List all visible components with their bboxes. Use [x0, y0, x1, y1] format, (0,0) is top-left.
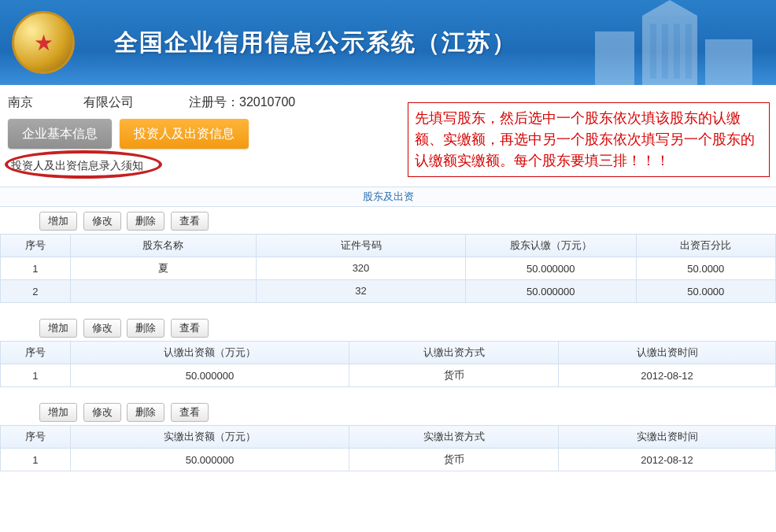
edit-button[interactable]: 修改 — [83, 403, 121, 422]
delete-button[interactable]: 删除 — [127, 212, 164, 231]
view-button[interactable]: 查看 — [171, 212, 209, 231]
col-time: 认缴出资时间 — [559, 342, 776, 364]
col-time: 实缴出资时间 — [559, 426, 776, 449]
registration-number: 注册号：32010700 — [189, 94, 346, 111]
paid-button-bar: 增加 修改 删除 查看 — [0, 398, 776, 425]
view-button[interactable]: 查看 — [171, 403, 209, 422]
add-button[interactable]: 增加 — [39, 403, 77, 422]
delete-button[interactable]: 删除 — [127, 319, 164, 338]
svg-rect-7 — [685, 24, 692, 79]
add-button[interactable]: 增加 — [39, 212, 77, 231]
emblem-icon — [12, 11, 75, 74]
col-amount: 实缴出资额（万元） — [70, 426, 349, 449]
col-seq: 序号 — [1, 426, 71, 449]
building-decor-icon — [579, 0, 776, 85]
shareholders-button-bar: 增加 修改 删除 查看 — [0, 207, 776, 234]
table-row[interactable]: 1 50.000000 货币 2012-08-12 — [1, 364, 776, 387]
add-button[interactable]: 增加 — [39, 319, 77, 338]
shareholders-table: 序号 股东名称 证件号码 股东认缴（万元） 出资百分比 1 夏 320 50.0… — [0, 234, 776, 303]
table-row[interactable]: 2 32 50.000000 50.0000 — [1, 280, 776, 303]
svg-rect-5 — [662, 24, 668, 79]
delete-button[interactable]: 删除 — [127, 403, 164, 422]
edit-button[interactable]: 修改 — [83, 212, 121, 231]
col-amount: 认缴出资额（万元） — [70, 342, 349, 364]
table-row[interactable]: 1 50.000000 货币 2012-08-12 — [1, 449, 776, 471]
col-name: 股东名称 — [70, 235, 256, 257]
col-pct: 出资百分比 — [636, 235, 775, 257]
page-title: 全国企业信用信息公示系统（江苏） — [114, 27, 517, 59]
paid-table: 序号 实缴出资额（万元） 实缴出资方式 实缴出资时间 1 50.000000 货… — [0, 425, 776, 471]
company-name: 南京 有限公司 — [8, 94, 134, 111]
svg-rect-4 — [650, 24, 656, 79]
subscribed-table: 序号 认缴出资额（万元） 认缴出资方式 认缴出资时间 1 50.000000 货… — [0, 341, 776, 387]
instruction-annotation: 先填写股东，然后选中一个股东依次填该股东的认缴额、实缴额，再选中另一个股东依次填… — [408, 102, 770, 177]
col-idno: 证件号码 — [257, 235, 466, 257]
col-seq: 序号 — [1, 235, 71, 257]
section-title-shareholders: 股东及出资 — [0, 187, 776, 207]
col-method: 认缴出资方式 — [349, 342, 559, 364]
subscribed-button-bar: 增加 修改 删除 查看 — [0, 314, 776, 341]
col-method: 实缴出资方式 — [349, 426, 559, 449]
col-seq: 序号 — [1, 342, 71, 364]
view-button[interactable]: 查看 — [171, 319, 209, 338]
table-row[interactable]: 1 夏 320 50.000000 50.0000 — [1, 257, 776, 280]
tab-basic-info[interactable]: 企业基本信息 — [8, 119, 112, 149]
svg-marker-3 — [642, 0, 697, 16]
col-subscribed: 股东认缴（万元） — [465, 235, 636, 257]
page-header: 全国企业信用信息公示系统（江苏） — [0, 0, 776, 85]
svg-rect-0 — [595, 31, 634, 85]
edit-button[interactable]: 修改 — [83, 319, 121, 338]
tab-investor-info[interactable]: 投资人及出资信息 — [120, 119, 249, 149]
svg-rect-2 — [705, 39, 752, 85]
svg-rect-6 — [674, 24, 680, 79]
